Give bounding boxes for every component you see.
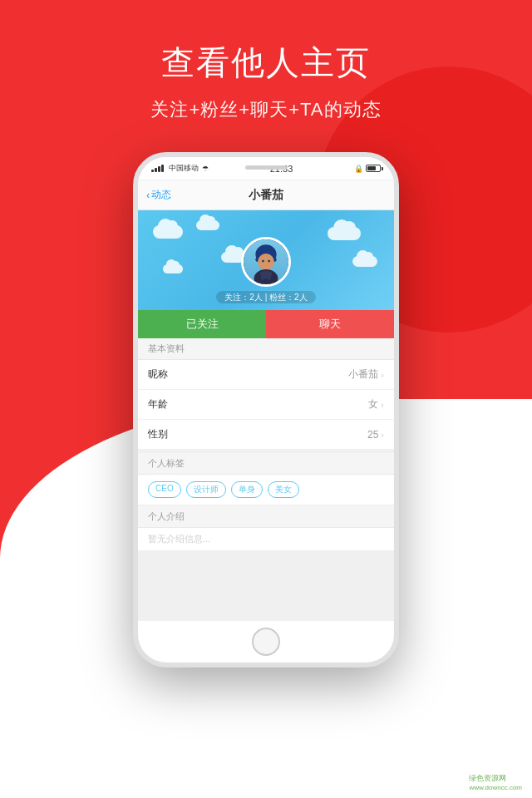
page-title: 查看他人主页 <box>161 40 371 86</box>
app-content: ‹ 动态 小番茄 <box>138 180 394 621</box>
basic-info-header: 基本资料 <box>138 338 394 360</box>
battery-fill <box>367 166 376 170</box>
cloud-1 <box>153 225 183 239</box>
nickname-chevron-icon: › <box>381 370 384 380</box>
back-button[interactable]: ‹ 动态 <box>146 188 171 202</box>
svg-point-4 <box>262 260 264 263</box>
back-label: 动态 <box>151 188 171 202</box>
gender-label: 性别 <box>148 427 168 441</box>
chat-button[interactable]: 聊天 <box>266 310 394 338</box>
phone-mockup: 中国移动 ☂ 21:33 🔒 ‹ 动态 小番茄 <box>133 152 399 667</box>
basic-info-label: 基本资料 <box>148 343 185 353</box>
battery-icon <box>366 165 381 172</box>
nickname-row: 昵称 小番茄 › <box>138 360 394 390</box>
follow-button[interactable]: 已关注 <box>138 310 266 338</box>
cloud-3 <box>328 227 361 240</box>
profile-stats: 关注：2人 | 粉丝：2人 <box>138 292 394 303</box>
cloud-2 <box>196 220 219 230</box>
svg-point-5 <box>268 260 270 263</box>
profile-banner: 关注：2人 | 粉丝：2人 <box>138 210 394 310</box>
tag-ceo: CEO <box>148 481 181 498</box>
status-left: 中国移动 ☂ <box>151 163 209 174</box>
nav-title: 小番茄 <box>249 188 283 203</box>
svg-point-3 <box>258 254 274 270</box>
nickname-label: 昵称 <box>148 367 168 382</box>
tag-beauty: 美女 <box>268 481 299 498</box>
page-content: 查看他人主页 关注+粉丝+聊天+TA的动态 中国移动 ☂ 21:33 <box>0 0 532 798</box>
age-value: 女 › <box>368 397 384 411</box>
watermark-line2: www.downcc.com <box>469 784 522 791</box>
gender-row: 性别 25 › <box>138 420 394 450</box>
avatar-circle <box>241 237 291 287</box>
intro-content: 暂无介绍信息... <box>138 528 394 550</box>
intro-label: 个人介绍 <box>148 511 185 521</box>
home-button[interactable] <box>252 628 280 656</box>
nav-bar: ‹ 动态 小番茄 <box>138 180 394 210</box>
back-chevron-icon: ‹ <box>146 189 150 201</box>
lock-icon: 🔒 <box>354 165 363 173</box>
avatar-inner <box>244 239 288 284</box>
wifi-icon: ☂ <box>202 165 209 173</box>
phone-speaker <box>245 165 287 170</box>
cloud-4 <box>352 256 377 267</box>
tag-single: 单身 <box>231 481 263 498</box>
watermark: 绿色资源网 www.downcc.com <box>469 773 522 791</box>
page-subtitle: 关注+粉丝+聊天+TA的动态 <box>150 97 381 122</box>
tags-label: 个人标签 <box>148 458 185 468</box>
signal-dots <box>151 165 164 172</box>
tags-section: CEO 设计师 单身 美女 <box>138 475 394 505</box>
tag-designer: 设计师 <box>186 481 226 498</box>
intro-text: 暂无介绍信息... <box>148 534 210 544</box>
carrier-label: 中国移动 <box>169 163 199 174</box>
action-buttons: 已关注 聊天 <box>138 310 394 338</box>
avatar <box>241 237 291 287</box>
intro-header: 个人介绍 <box>138 506 394 528</box>
gender-chevron-icon: › <box>381 430 384 440</box>
age-chevron-icon: › <box>381 400 384 410</box>
stats-text: 关注：2人 | 粉丝：2人 <box>216 291 315 303</box>
watermark-line1: 绿色资源网 <box>469 773 522 784</box>
age-row: 年龄 女 › <box>138 390 394 420</box>
cloud-5 <box>163 264 183 273</box>
avatar-image <box>244 239 288 284</box>
gender-value: 25 › <box>367 429 384 441</box>
tags-header: 个人标签 <box>138 453 394 475</box>
age-label: 年龄 <box>148 397 168 411</box>
nickname-value: 小番茄 › <box>348 367 384 382</box>
status-right: 🔒 <box>354 165 381 173</box>
